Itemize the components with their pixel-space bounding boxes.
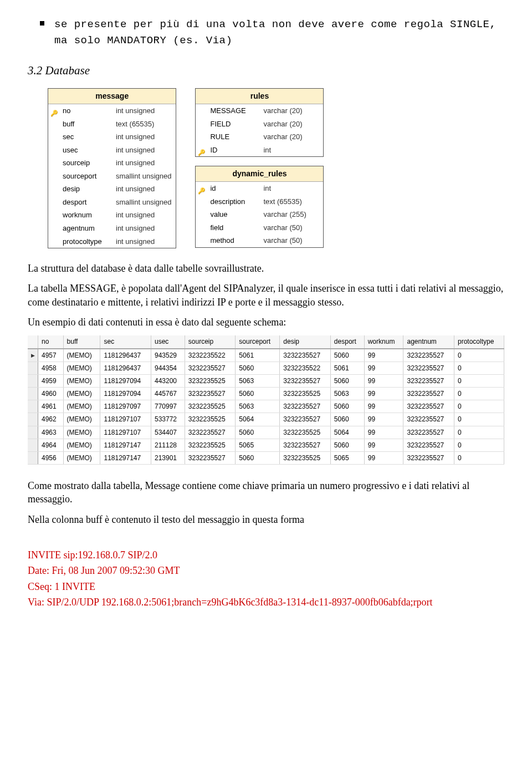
cell-agentnum: 3232235527 — [403, 400, 454, 413]
grid-header-sec: sec — [100, 335, 151, 348]
column-type: varchar (255) — [263, 210, 306, 220]
cell-sourceport: 5060 — [236, 388, 280, 400]
cell-agentnum: 3232235527 — [403, 374, 454, 387]
cell-buff: (MEMO) — [63, 362, 100, 374]
cell-usec: 943529 — [151, 349, 185, 362]
dynamic-rules-column: descriptiontext (65535) — [196, 195, 323, 208]
cell-no: 4957 — [38, 349, 64, 362]
cell-no: 4956 — [38, 452, 64, 465]
cell-no: 4960 — [38, 388, 64, 400]
cell-worknum: 99 — [364, 439, 403, 451]
column-type: int unsigned — [116, 145, 155, 155]
column-name: worknum — [63, 210, 112, 220]
column-name: method — [210, 236, 260, 246]
message-column: noint unsigned — [48, 104, 176, 118]
table-row: 4957(MEMO)118129643794352932322355225061… — [28, 349, 504, 362]
cell-desport: 5061 — [330, 362, 364, 374]
column-type: int unsigned — [116, 237, 155, 247]
dynamic-rules-column: valuevarchar (255) — [196, 208, 323, 221]
cell-desip: 3232235527 — [280, 400, 331, 413]
key-placeholder — [50, 238, 59, 244]
cell-agentnum: 3232235527 — [403, 362, 454, 374]
cell-protocoltype: 0 — [454, 452, 504, 465]
key-placeholder — [50, 226, 59, 231]
cell-sourceip: 3232235527 — [185, 362, 236, 374]
table-row: 4961(MEMO)118129709777099732322355255063… — [28, 400, 504, 413]
column-type: int unsigned — [116, 106, 155, 116]
message-column: sourceportsmallint unsigned — [48, 170, 176, 183]
column-name: ID — [210, 145, 260, 155]
cell-desport: 5060 — [330, 374, 364, 387]
bullet-text: se presente per più di una volta non dev… — [54, 17, 504, 49]
column-type: int unsigned — [116, 158, 155, 168]
column-name: FIELD — [210, 119, 260, 129]
cell-agentnum: 3232235527 — [403, 426, 454, 439]
cell-no: 4962 — [38, 413, 64, 426]
message-column: agentnumint unsigned — [48, 222, 176, 235]
sip-line: Via: SIP/2.0/UDP 192.168.0.2:5061;branch… — [28, 595, 504, 609]
row-selector — [28, 362, 38, 374]
grid-header-worknum: worknum — [364, 335, 403, 348]
message-column: desipint unsigned — [48, 182, 176, 196]
row-selector — [28, 388, 38, 400]
grid-header-buff: buff — [63, 335, 100, 348]
column-name: desip — [63, 184, 112, 194]
table-rules-title: rules — [196, 89, 323, 104]
column-type: text (65535) — [116, 119, 154, 129]
cell-sourceport: 5060 — [236, 426, 280, 439]
key-placeholder — [50, 134, 59, 140]
cell-buff: (MEMO) — [63, 349, 100, 362]
cell-worknum: 99 — [364, 362, 403, 374]
key-placeholder — [198, 121, 207, 126]
grid-header-sourceip: sourceip — [185, 335, 236, 348]
grid-header-usec: usec — [151, 335, 185, 348]
grid-header-sourceport: sourceport — [236, 335, 280, 348]
column-name: agentnum — [63, 223, 112, 233]
key-placeholder — [198, 108, 207, 114]
table-row: 4956(MEMO)118129714721390132322355275060… — [28, 452, 504, 465]
cell-agentnum: 3232235527 — [403, 452, 454, 465]
column-name: buff — [63, 119, 112, 129]
grid-header-desport: desport — [330, 335, 364, 348]
sip-line: Date: Fri, 08 Jun 2007 09:52:30 GMT — [28, 564, 504, 577]
cell-desport: 5060 — [330, 400, 364, 413]
cell-sec: 1181297097 — [100, 400, 151, 413]
column-name: protocoltype — [63, 237, 112, 247]
cell-desip: 3232235527 — [280, 349, 331, 362]
column-type: int unsigned — [116, 210, 155, 220]
cell-agentnum: 3232235527 — [403, 413, 454, 426]
column-name: RULE — [210, 132, 260, 142]
cell-sourceip: 3232235525 — [185, 413, 236, 426]
cell-worknum: 99 — [364, 374, 403, 387]
primary-key-icon — [198, 147, 207, 153]
bullet-item: se presente per più di una volta non dev… — [40, 17, 504, 49]
cell-buff: (MEMO) — [63, 426, 100, 439]
cell-usec: 443200 — [151, 374, 185, 387]
cell-sourceport: 5063 — [236, 400, 280, 413]
cell-sourceport: 5064 — [236, 413, 280, 426]
cell-usec: 533772 — [151, 413, 185, 426]
cell-sec: 1181297107 — [100, 426, 151, 439]
cell-no: 4964 — [38, 439, 64, 451]
cell-worknum: 99 — [364, 349, 403, 362]
grid-header-protocoltype: protocoltype — [454, 335, 504, 348]
cell-agentnum: 3232235527 — [403, 388, 454, 400]
table-row: 4964(MEMO)118129714721112832322355255065… — [28, 439, 504, 451]
column-type: text (65535) — [263, 197, 301, 207]
table-dynamic-rules-title: dynamic_rules — [196, 166, 323, 182]
sip-line: INVITE sip:192.168.0.7 SIP/2.0 — [28, 548, 504, 562]
cell-sec: 1181297107 — [100, 413, 151, 426]
cell-desport: 5063 — [330, 388, 364, 400]
row-selector — [28, 413, 38, 426]
table-row: 4962(MEMO)118129710753377232322355255064… — [28, 413, 504, 426]
cell-sourceport: 5060 — [236, 362, 280, 374]
primary-key-icon — [50, 108, 59, 114]
key-placeholder — [198, 225, 207, 231]
cell-sourceip: 3232235527 — [185, 452, 236, 465]
column-type: varchar (50) — [263, 223, 302, 233]
cell-worknum: 99 — [364, 388, 403, 400]
paragraph: Come mostrato dalla tabella, Message con… — [28, 479, 504, 506]
dynamic-rules-column: methodvarchar (50) — [196, 234, 323, 247]
row-selector — [28, 439, 38, 451]
column-name: sourceip — [63, 158, 112, 168]
